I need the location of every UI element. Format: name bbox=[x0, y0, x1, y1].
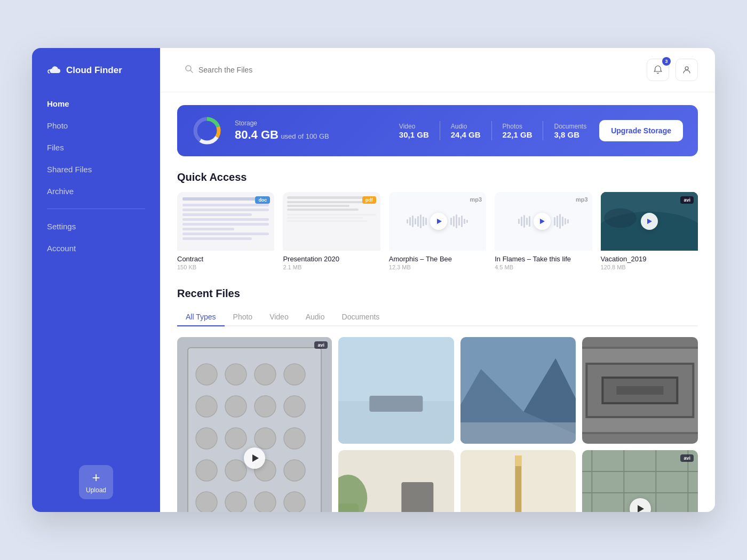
stat-docs: Documents 3,8 GB bbox=[554, 123, 586, 139]
app-logo: Cloud Finder bbox=[32, 65, 160, 93]
upload-plus-icon: + bbox=[92, 470, 100, 484]
svg-point-21 bbox=[225, 428, 247, 449]
file-card-inflames[interactable]: mp3 In Flames – Take this life 4.5 MB bbox=[495, 192, 592, 273]
svg-rect-47 bbox=[617, 386, 664, 395]
file-badge-mp3-2: mp3 bbox=[576, 196, 588, 203]
svg-point-24 bbox=[196, 460, 217, 481]
svg-point-17 bbox=[225, 396, 247, 417]
blue-preview bbox=[338, 337, 454, 444]
file-info-inflames: In Flames – Take this life 4.5 MB bbox=[495, 251, 592, 273]
tab-audio[interactable]: Audio bbox=[297, 308, 333, 326]
tab-documents[interactable]: Documents bbox=[333, 308, 388, 326]
photo-item-blue[interactable] bbox=[338, 337, 454, 444]
upload-button[interactable]: + Upload bbox=[79, 465, 113, 499]
file-info-vacation: Vacation_2019 120.8 MB bbox=[601, 251, 698, 273]
stat-audio: Audio 24,4 GB bbox=[451, 123, 481, 139]
svg-point-30 bbox=[255, 492, 276, 512]
user-icon bbox=[682, 65, 692, 75]
file-badge-pdf: pdf bbox=[362, 196, 376, 204]
file-info-contract: Contract 150 KB bbox=[177, 251, 274, 273]
photo-item-arch[interactable]: avi bbox=[177, 337, 332, 512]
file-name: Presentation 2020 bbox=[283, 255, 380, 263]
video-badge-arch: avi bbox=[314, 341, 328, 349]
file-size: 2.1 MB bbox=[283, 264, 380, 270]
svg-point-25 bbox=[225, 460, 247, 481]
file-info-presentation: Presentation 2020 2.1 MB bbox=[283, 251, 380, 273]
file-badge-avi: avi bbox=[680, 196, 694, 204]
tab-video[interactable]: Video bbox=[261, 308, 297, 326]
svg-point-29 bbox=[225, 492, 247, 512]
waveform bbox=[407, 214, 468, 229]
photo-item-plant[interactable] bbox=[338, 450, 454, 512]
sidebar: Cloud Finder Home Photo Files Shared Fil… bbox=[32, 48, 160, 512]
photo-item-mountain[interactable] bbox=[460, 337, 576, 444]
svg-point-9 bbox=[604, 209, 637, 228]
file-badge-mp3: mp3 bbox=[470, 196, 482, 203]
sidebar-item-settings[interactable]: Settings bbox=[32, 215, 160, 237]
content-area: Storage 80.4 GB used of 100 GB Video 30,… bbox=[160, 92, 715, 512]
file-card-contract[interactable]: doc Contract 150 KB bbox=[177, 192, 274, 273]
photo-grid: avi bbox=[177, 337, 698, 512]
play-button-video[interactable] bbox=[641, 213, 658, 230]
sidebar-item-files[interactable]: Files bbox=[32, 137, 160, 158]
sidebar-item-archive[interactable]: Archive bbox=[32, 180, 160, 202]
tab-all-types[interactable]: All Types bbox=[177, 308, 225, 326]
video-badge-grid: avi bbox=[680, 454, 694, 462]
file-name: Contract bbox=[177, 255, 274, 263]
sidebar-item-photo[interactable]: Photo bbox=[32, 115, 160, 137]
notification-badge: 3 bbox=[662, 57, 671, 66]
sidebar-item-account[interactable]: Account bbox=[32, 237, 160, 259]
upgrade-storage-button[interactable]: Upgrade Storage bbox=[599, 120, 683, 141]
tab-photo[interactable]: Photo bbox=[225, 308, 261, 326]
mountain-preview bbox=[460, 337, 576, 444]
svg-point-20 bbox=[196, 428, 217, 449]
svg-rect-38 bbox=[369, 396, 423, 412]
svg-point-28 bbox=[196, 492, 217, 512]
photo-item-concrete[interactable] bbox=[582, 337, 698, 444]
file-card-vacation[interactable]: avi Vacation_2019 120.8 MB bbox=[601, 192, 698, 273]
file-size: 12.3 MB bbox=[389, 264, 486, 270]
storage-donut-chart bbox=[192, 116, 222, 146]
sidebar-item-home[interactable]: Home bbox=[32, 93, 160, 115]
svg-point-23 bbox=[284, 428, 305, 449]
storage-info: Storage 80.4 GB used of 100 GB bbox=[235, 119, 386, 142]
profile-button[interactable] bbox=[676, 59, 698, 81]
sidebar-item-shared-files[interactable]: Shared Files bbox=[32, 158, 160, 180]
file-size: 4.5 MB bbox=[495, 264, 592, 270]
file-name: In Flames – Take this life bbox=[495, 255, 592, 263]
stat-video: Video 30,1 GB bbox=[399, 123, 429, 139]
svg-point-2 bbox=[685, 67, 688, 70]
photo-item-pencil[interactable] bbox=[460, 450, 576, 512]
svg-point-22 bbox=[255, 428, 276, 449]
file-card-amorphis[interactable]: mp3 Amorphis – The Bee 12.3 MB bbox=[389, 192, 486, 273]
svg-point-16 bbox=[196, 396, 217, 417]
svg-point-31 bbox=[284, 492, 305, 512]
app-name: Cloud Finder bbox=[66, 65, 122, 76]
file-card-presentation[interactable]: pdf Presentation 2020 2.1 MB bbox=[283, 192, 380, 273]
cloud-icon bbox=[47, 65, 61, 76]
svg-point-18 bbox=[255, 396, 276, 417]
svg-point-12 bbox=[196, 364, 217, 385]
play-button-arch[interactable] bbox=[244, 447, 265, 469]
play-button-2[interactable] bbox=[534, 213, 551, 230]
search-icon bbox=[185, 65, 193, 75]
search-input[interactable] bbox=[198, 66, 633, 74]
photo-item-grid[interactable]: avi bbox=[582, 450, 698, 512]
app-container: Cloud Finder Home Photo Files Shared Fil… bbox=[32, 48, 715, 512]
bell-icon bbox=[653, 65, 663, 75]
play-button[interactable] bbox=[430, 213, 447, 230]
sidebar-nav: Home Photo Files Shared Files Archive Se… bbox=[32, 93, 160, 465]
notification-button[interactable]: 3 bbox=[647, 59, 669, 81]
storage-used: 80.4 GB used of 100 GB bbox=[235, 128, 386, 142]
recent-files-tabs: All Types Photo Video Audio Documents bbox=[177, 308, 698, 326]
concrete-preview bbox=[582, 337, 698, 444]
svg-point-27 bbox=[284, 460, 305, 481]
svg-point-13 bbox=[225, 364, 247, 385]
quick-access-grid: doc Contract 150 KB bbox=[177, 192, 698, 273]
file-size: 120.8 MB bbox=[601, 264, 698, 270]
storage-label: Storage bbox=[235, 119, 386, 127]
svg-point-15 bbox=[284, 364, 305, 385]
storage-banner: Storage 80.4 GB used of 100 GB Video 30,… bbox=[177, 105, 698, 156]
arch-preview bbox=[177, 337, 332, 512]
waveform-2 bbox=[518, 214, 569, 229]
